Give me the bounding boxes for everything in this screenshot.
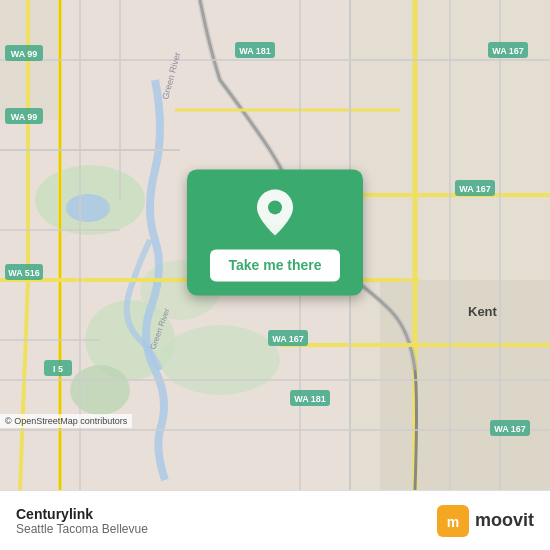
location-pin-icon <box>253 187 297 237</box>
svg-text:WA 181: WA 181 <box>239 46 271 56</box>
svg-text:WA 167: WA 167 <box>272 334 304 344</box>
svg-text:WA 167: WA 167 <box>494 424 526 434</box>
svg-rect-9 <box>380 280 550 490</box>
svg-text:WA 167: WA 167 <box>492 46 524 56</box>
location-name: Centurylink <box>16 506 148 522</box>
svg-text:WA 167: WA 167 <box>459 184 491 194</box>
map-container: WA 99 WA 99 WA 181 WA 167 WA 516 WA 167 … <box>0 0 550 490</box>
svg-text:WA 99: WA 99 <box>11 49 38 59</box>
svg-text:WA 516: WA 516 <box>8 268 40 278</box>
svg-point-6 <box>66 194 110 222</box>
map-attribution: © OpenStreetMap contributors <box>0 414 132 428</box>
svg-point-58 <box>268 200 282 214</box>
svg-text:I 5: I 5 <box>53 364 63 374</box>
location-region: Seattle Tacoma Bellevue <box>16 522 148 536</box>
svg-point-4 <box>160 325 280 395</box>
moovit-logo-icon: m <box>437 505 469 537</box>
take-me-there-button[interactable]: Take me there <box>210 249 339 281</box>
location-info: Centurylink Seattle Tacoma Bellevue <box>16 506 148 536</box>
svg-text:WA 99: WA 99 <box>11 112 38 122</box>
svg-point-3 <box>70 365 130 415</box>
svg-text:WA 181: WA 181 <box>294 394 326 404</box>
moovit-text: moovit <box>475 510 534 531</box>
svg-text:Kent: Kent <box>468 304 498 319</box>
bottom-bar: Centurylink Seattle Tacoma Bellevue m mo… <box>0 490 550 550</box>
take-me-there-card: Take me there <box>187 169 363 295</box>
moovit-logo: m moovit <box>437 505 534 537</box>
svg-text:m: m <box>447 514 459 530</box>
